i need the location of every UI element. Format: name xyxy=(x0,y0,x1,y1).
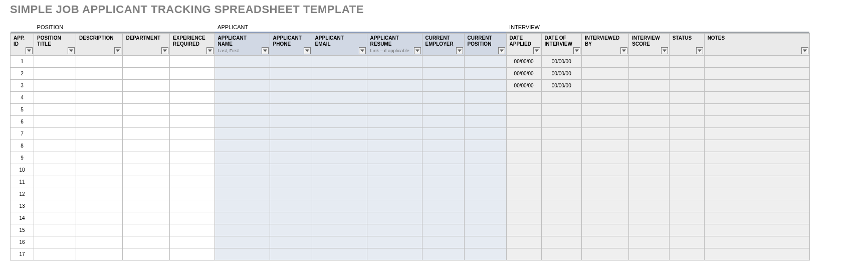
cell-interview-score[interactable] xyxy=(629,200,669,212)
cell-date-applied[interactable] xyxy=(506,127,541,140)
cell-date-applied[interactable] xyxy=(506,224,541,236)
cell-status[interactable] xyxy=(669,224,704,236)
cell-position-title[interactable] xyxy=(34,115,76,127)
cell-cur-position[interactable] xyxy=(464,152,506,164)
cell-cur-position[interactable] xyxy=(464,115,506,127)
filter-dropdown-icon[interactable] xyxy=(414,47,421,54)
cell-notes[interactable] xyxy=(704,224,809,236)
cell-cur-employer[interactable] xyxy=(422,236,464,248)
cell-app-id[interactable]: 7 xyxy=(11,127,34,140)
cell-date-applied[interactable] xyxy=(506,188,541,200)
cell-interview-by[interactable] xyxy=(581,212,628,224)
cell-notes[interactable] xyxy=(704,212,809,224)
cell-position-title[interactable] xyxy=(34,236,76,248)
cell-date-interview[interactable] xyxy=(541,212,581,224)
cell-experience[interactable] xyxy=(170,67,214,79)
cell-app-resume[interactable] xyxy=(367,224,422,236)
cell-date-applied[interactable] xyxy=(506,176,541,188)
cell-notes[interactable] xyxy=(704,79,809,91)
cell-cur-employer[interactable] xyxy=(422,103,464,115)
cell-department[interactable] xyxy=(123,176,170,188)
cell-app-name[interactable] xyxy=(214,212,270,224)
cell-department[interactable] xyxy=(123,236,170,248)
cell-status[interactable] xyxy=(669,67,704,79)
cell-interview-score[interactable] xyxy=(629,140,669,152)
cell-notes[interactable] xyxy=(704,140,809,152)
cell-app-resume[interactable] xyxy=(367,91,422,103)
cell-app-resume[interactable] xyxy=(367,212,422,224)
cell-app-id[interactable]: 8 xyxy=(11,140,34,152)
cell-app-phone[interactable] xyxy=(270,115,312,127)
cell-app-email[interactable] xyxy=(312,55,367,67)
cell-app-email[interactable] xyxy=(312,212,367,224)
cell-app-phone[interactable] xyxy=(270,79,312,91)
cell-app-name[interactable] xyxy=(214,103,270,115)
cell-interview-by[interactable] xyxy=(581,248,628,260)
column-header-interview-by[interactable]: INTERVIEWED BY xyxy=(581,33,628,55)
cell-date-applied[interactable] xyxy=(506,164,541,176)
cell-position-title[interactable] xyxy=(34,224,76,236)
cell-app-phone[interactable] xyxy=(270,152,312,164)
cell-description[interactable] xyxy=(76,200,123,212)
cell-app-resume[interactable] xyxy=(367,140,422,152)
cell-experience[interactable] xyxy=(170,103,214,115)
cell-date-interview[interactable] xyxy=(541,176,581,188)
cell-app-resume[interactable] xyxy=(367,248,422,260)
cell-date-applied[interactable] xyxy=(506,115,541,127)
cell-date-applied[interactable] xyxy=(506,91,541,103)
cell-cur-employer[interactable] xyxy=(422,188,464,200)
filter-dropdown-icon[interactable] xyxy=(206,47,213,54)
cell-status[interactable] xyxy=(669,212,704,224)
cell-app-id[interactable]: 10 xyxy=(11,164,34,176)
cell-date-interview[interactable]: 00/00/00 xyxy=(541,55,581,67)
cell-cur-position[interactable] xyxy=(464,127,506,140)
cell-status[interactable] xyxy=(669,188,704,200)
cell-cur-position[interactable] xyxy=(464,236,506,248)
cell-app-resume[interactable] xyxy=(367,152,422,164)
cell-app-name[interactable] xyxy=(214,55,270,67)
cell-description[interactable] xyxy=(76,55,123,67)
cell-status[interactable] xyxy=(669,103,704,115)
cell-experience[interactable] xyxy=(170,176,214,188)
cell-date-interview[interactable] xyxy=(541,224,581,236)
cell-status[interactable] xyxy=(669,127,704,140)
cell-interview-score[interactable] xyxy=(629,248,669,260)
cell-app-email[interactable] xyxy=(312,103,367,115)
column-header-app-id[interactable]: APP. ID xyxy=(11,33,34,55)
cell-department[interactable] xyxy=(123,200,170,212)
cell-description[interactable] xyxy=(76,79,123,91)
cell-app-phone[interactable] xyxy=(270,103,312,115)
cell-interview-by[interactable] xyxy=(581,67,628,79)
cell-cur-position[interactable] xyxy=(464,55,506,67)
cell-interview-score[interactable] xyxy=(629,79,669,91)
cell-app-name[interactable] xyxy=(214,176,270,188)
cell-app-email[interactable] xyxy=(312,164,367,176)
cell-notes[interactable] xyxy=(704,200,809,212)
cell-department[interactable] xyxy=(123,127,170,140)
filter-dropdown-icon[interactable] xyxy=(620,47,627,54)
cell-app-phone[interactable] xyxy=(270,91,312,103)
cell-status[interactable] xyxy=(669,176,704,188)
cell-position-title[interactable] xyxy=(34,140,76,152)
cell-app-email[interactable] xyxy=(312,200,367,212)
cell-experience[interactable] xyxy=(170,91,214,103)
cell-interview-score[interactable] xyxy=(629,103,669,115)
cell-position-title[interactable] xyxy=(34,188,76,200)
filter-dropdown-icon[interactable] xyxy=(573,47,580,54)
cell-cur-position[interactable] xyxy=(464,140,506,152)
cell-app-id[interactable]: 14 xyxy=(11,212,34,224)
cell-cur-position[interactable] xyxy=(464,248,506,260)
cell-interview-score[interactable] xyxy=(629,127,669,140)
cell-date-interview[interactable] xyxy=(541,91,581,103)
cell-description[interactable] xyxy=(76,115,123,127)
cell-notes[interactable] xyxy=(704,236,809,248)
cell-app-email[interactable] xyxy=(312,79,367,91)
cell-cur-position[interactable] xyxy=(464,188,506,200)
cell-status[interactable] xyxy=(669,164,704,176)
column-header-cur-employer[interactable]: CURRENT EMPLOYER xyxy=(422,33,464,55)
cell-app-email[interactable] xyxy=(312,248,367,260)
cell-app-id[interactable]: 15 xyxy=(11,224,34,236)
cell-interview-score[interactable] xyxy=(629,176,669,188)
filter-dropdown-icon[interactable] xyxy=(801,47,808,54)
column-header-app-resume[interactable]: APPLICANT RESUMELink – if applicable xyxy=(367,33,422,55)
